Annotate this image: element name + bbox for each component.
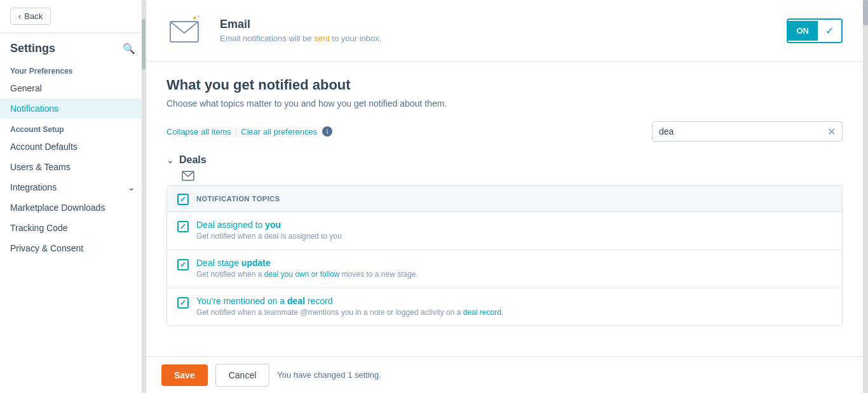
deals-chevron-icon: ⌄ (166, 155, 174, 165)
section-title: What you get notified about (166, 77, 843, 93)
table-header-row: NOTIFICATION TOPICS (167, 186, 842, 212)
content-area: What you get notified about Choose what … (146, 62, 863, 351)
email-subtitle-highlight: sent (314, 34, 330, 43)
sidebar-item-label-marketplace-downloads: Marketplace Downloads (10, 203, 105, 213)
email-card-left: ✦ + Email Email notifications will be se… (166, 10, 381, 51)
row-3-link: deal record (463, 308, 501, 317)
svg-text:✦: ✦ (192, 15, 197, 22)
main-scrollable: ✦ + Email Email notifications will be se… (146, 0, 863, 356)
sidebar-item-label-general: General (10, 83, 42, 93)
row-3-title: You're mentioned on a deal record (196, 296, 503, 306)
search-clear-button[interactable]: ✕ (821, 126, 842, 138)
row-1-highlight: you (265, 220, 281, 230)
sidebar-back-section: ‹ Back (0, 0, 146, 33)
row-2-checkbox[interactable] (177, 259, 189, 270)
row-2-link: deal you own or follow (264, 270, 340, 279)
sidebar-search-button[interactable]: 🔍 (123, 43, 135, 55)
bottom-bar: Save Cancel You have changed 1 setting. (146, 356, 863, 393)
filter-bar: Collapse all items | Clear all preferenc… (166, 121, 843, 142)
sidebar-item-marketplace-downloads[interactable]: Marketplace Downloads (0, 197, 146, 218)
row-3-highlight: deal (287, 296, 305, 306)
sidebar-item-label-integrations: Integrations (10, 182, 57, 192)
email-icon-wrap: ✦ + (166, 10, 207, 51)
deals-email-column-icon (182, 171, 843, 183)
row-3-checkbox[interactable] (177, 297, 189, 309)
email-card: ✦ + Email Email notifications will be se… (146, 0, 863, 62)
table-row: You're mentioned on a deal record Get no… (167, 288, 842, 326)
right-scrollbar (863, 0, 868, 393)
sidebar-item-general[interactable]: General (0, 78, 146, 98)
search-icon: 🔍 (123, 43, 135, 54)
sidebar-item-label-tracking-code: Tracking Code (10, 223, 68, 233)
cancel-button[interactable]: Cancel (215, 364, 270, 387)
chevron-down-icon: ⌄ (128, 182, 135, 192)
email-envelope-icon: ✦ + (169, 15, 205, 46)
deals-title: Deals (179, 154, 207, 166)
clear-all-link[interactable]: Clear all preferences (241, 127, 317, 137)
sidebar-item-integrations[interactable]: Integrations ⌄ (0, 177, 146, 197)
right-scrollbar-thumb (863, 0, 868, 25)
sidebar-title: Settings (10, 42, 55, 55)
sidebar-item-label-users-teams: Users & Teams (10, 162, 71, 172)
row-2-text: Deal stage update Get notified when a de… (196, 258, 418, 280)
row-3-text: You're mentioned on a deal record Get no… (196, 296, 503, 318)
email-toggle[interactable]: ON ✓ (787, 18, 843, 43)
sidebar-item-privacy-consent[interactable]: Privacy & Consent (0, 238, 146, 258)
sidebar-item-label-account-defaults: Account Defaults (10, 142, 78, 152)
sidebar-item-account-defaults[interactable]: Account Defaults (0, 137, 146, 157)
info-icon[interactable]: i (322, 126, 332, 137)
sidebar-item-label-privacy-consent: Privacy & Consent (10, 243, 83, 253)
sidebar-nav: Your Preferences General Notifications A… (0, 60, 146, 393)
toggle-on-label: ON (788, 21, 818, 41)
sidebar-section-label-preferences: Your Preferences (0, 60, 146, 78)
collapse-all-link[interactable]: Collapse all items (166, 127, 231, 137)
row-1-text: Deal assigned to you Get notified when a… (196, 220, 342, 242)
email-title: Email (220, 18, 381, 31)
back-button[interactable]: ‹ Back (10, 8, 51, 25)
row-1-checkbox[interactable] (177, 221, 189, 232)
sidebar-item-users-teams[interactable]: Users & Teams (0, 157, 146, 177)
sidebar-item-notifications[interactable]: Notifications (0, 98, 146, 119)
save-button[interactable]: Save (161, 364, 208, 386)
email-subtitle: Email notifications will be sent to your… (220, 34, 381, 43)
deals-section: ⌄ Deals NOTIFICATION TOPICS (166, 154, 843, 326)
sidebar-header: Settings 🔍 (0, 33, 146, 60)
search-input[interactable] (653, 122, 821, 141)
deals-table: NOTIFICATION TOPICS Deal assigned to you… (166, 185, 843, 326)
row-2-title: Deal stage update (196, 258, 418, 268)
toggle-check-icon: ✓ (818, 20, 841, 42)
svg-text:+: + (197, 15, 200, 19)
change-notice: You have changed 1 setting. (277, 370, 381, 380)
deals-header[interactable]: ⌄ Deals (166, 154, 843, 166)
table-header-checkbox[interactable] (177, 194, 189, 205)
back-arrow-icon: ‹ (18, 11, 21, 21)
section-subtitle: Choose what topics matter to you and how… (166, 98, 843, 109)
sidebar: ‹ Back Settings 🔍 Your Preferences Gener… (0, 0, 146, 393)
table-header-label: NOTIFICATION TOPICS (196, 195, 280, 203)
sidebar-scroll-thumb (142, 19, 146, 70)
filter-separator: | (235, 127, 237, 137)
back-label: Back (24, 11, 43, 21)
table-row: Deal stage update Get notified when a de… (167, 250, 842, 288)
email-text-block: Email Email notifications will be sent t… (220, 18, 381, 43)
row-2-desc: Get notified when a deal you own or foll… (196, 269, 418, 280)
search-box: ✕ (652, 121, 843, 142)
main-content: ✦ + Email Email notifications will be se… (146, 0, 863, 393)
table-row: Deal assigned to you Get notified when a… (167, 212, 842, 250)
row-1-title: Deal assigned to you (196, 220, 342, 230)
filter-links: Collapse all items | Clear all preferenc… (166, 126, 332, 137)
row-3-desc: Get notified when a teammate @mentions y… (196, 307, 503, 318)
row-1-desc: Get notified when a deal is assigned to … (196, 231, 342, 242)
sidebar-section-label-account-setup: Account Setup (0, 119, 146, 137)
sidebar-item-label-notifications: Notifications (10, 103, 58, 114)
row-2-highlight: update (241, 258, 271, 268)
sidebar-item-tracking-code[interactable]: Tracking Code (0, 218, 146, 238)
